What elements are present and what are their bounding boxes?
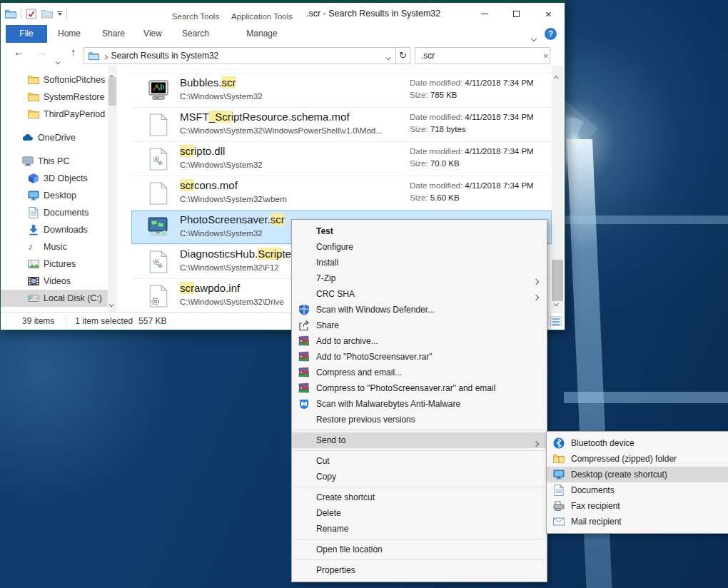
help-icon[interactable]: ? [545, 28, 557, 40]
navigation-pane-scrollbar[interactable] [108, 66, 117, 312]
sidebar-item-desktop[interactable]: Desktop [1, 187, 108, 204]
context-menu-item-add-to-photoscreensaver-rar[interactable]: Add to "PhotoScreensaver.rar" [292, 349, 547, 365]
blank-file-icon [147, 113, 170, 136]
menu-item-label: Test [316, 226, 333, 236]
scroll-down-icon[interactable] [110, 295, 113, 308]
menu-item-label: Restore previous versions [316, 415, 415, 425]
file-row-scripto-dll[interactable]: scripto.dllC:\Windows\System32Date modif… [131, 142, 552, 176]
toolbar-separator [66, 9, 67, 19]
clear-search-icon[interactable]: × [537, 51, 555, 61]
context-menu-item-test[interactable]: Test [292, 223, 547, 239]
send-to-item-documents[interactable]: Documents [547, 482, 728, 498]
sidebar-item-3d-objects[interactable]: 3D Objects [1, 170, 108, 187]
sidebar-item-videos[interactable]: Videos [1, 273, 108, 290]
context-menu-item-send-to[interactable]: Send to [292, 432, 547, 448]
download-icon [28, 224, 39, 235]
explorer-folder-icon[interactable] [5, 9, 16, 19]
file-row-bubbles-scr[interactable]: Bubbles.scrC:\Windows\System32Date modif… [131, 74, 552, 108]
sidebar-item-pictures[interactable]: Pictures [1, 255, 108, 273]
menu-item-label: Mail recipient [571, 517, 622, 527]
recent-locations-chevron-icon[interactable] [56, 53, 60, 66]
navigation-pane: SoftonicPitchesSystemRestoreThirdPayPeri… [1, 66, 108, 312]
menu-separator [293, 559, 545, 560]
menu-item-label: Desktop (create shortcut) [571, 470, 667, 480]
gear-inf-file-icon [147, 285, 170, 308]
breadcrumb-chevron-icon[interactable] [103, 51, 107, 61]
file-list-scrollbar[interactable] [552, 66, 563, 312]
sidebar-item-documents[interactable]: Documents [1, 204, 108, 221]
menu-item-label: Rename [316, 524, 348, 534]
document-icon [28, 207, 39, 218]
scrollbar-thumb[interactable] [108, 77, 116, 106]
context-menu-item-rename[interactable]: Rename [292, 521, 547, 537]
context-menu-item-7-zip[interactable]: 7-Zip [292, 270, 547, 286]
back-button[interactable]: ← [14, 46, 24, 58]
scroll-up-icon[interactable] [555, 70, 558, 83]
close-button[interactable]: × [532, 3, 565, 24]
sidebar-item-music[interactable]: ♪Music [1, 238, 108, 255]
sidebar-item-onedrive[interactable]: OneDrive [1, 129, 108, 146]
send-to-item-compressed-zipped-folder[interactable]: Compressed (zipped) folder [547, 451, 728, 467]
forward-button[interactable]: → [36, 46, 47, 58]
sidebar-item-systemrestore[interactable]: SystemRestore [1, 88, 108, 106]
menu-item-label: Copy [316, 472, 336, 482]
context-menu-item-create-shortcut[interactable]: Create shortcut [292, 490, 547, 505]
minimize-button[interactable] [468, 3, 500, 24]
tab-view[interactable]: View [136, 25, 170, 43]
send-to-item-desktop-create-shortcut[interactable]: Desktop (create shortcut) [547, 467, 728, 482]
properties-shortcut-icon[interactable] [26, 9, 37, 19]
submenu-arrow-icon [534, 276, 538, 286]
context-menu-item-cut[interactable]: Cut [292, 453, 547, 469]
context-menu-item-open-file-location[interactable]: Open file location [292, 542, 547, 557]
address-bar[interactable]: Search Results in System32 [84, 47, 396, 64]
new-folder-shortcut-icon[interactable] [41, 9, 53, 19]
context-menu-item-scan-with-windows-defender[interactable]: Scan with Windows Defender... [292, 302, 547, 318]
context-menu-item-compress-and-email[interactable]: Compress and email... [292, 365, 547, 380]
tab-home[interactable]: Home [47, 25, 91, 43]
context-menu-item-delete[interactable]: Delete [292, 505, 547, 521]
scroll-down-icon[interactable] [555, 295, 558, 308]
address-dropdown-icon[interactable] [384, 51, 393, 61]
sidebar-item-thirdpayperiod[interactable]: ThirdPayPeriod [1, 106, 108, 123]
send-to-item-fax-recipient[interactable]: Fax recipient [547, 498, 728, 514]
context-menu-item-crc-sha[interactable]: CRC SHA [292, 286, 547, 302]
refresh-button[interactable]: ↻ [396, 47, 410, 64]
expand-ribbon-chevron-icon[interactable] [532, 31, 536, 44]
ribbon-tab-bar: File Home Share View Search Manage ? [1, 25, 565, 43]
context-menu-item-configure[interactable]: Configure [292, 239, 547, 255]
thumbnail-view-button[interactable] [550, 316, 562, 326]
context-menu-item-scan-with-malwarebytes-anti-malware[interactable]: Scan with Malwarebytes Anti-Malware [292, 396, 547, 412]
up-button[interactable]: ↑ [71, 46, 76, 58]
context-menu-item-share[interactable]: Share [292, 318, 547, 333]
sidebar-item-local-disk-c[interactable]: Local Disk (C:) [1, 290, 108, 307]
tab-share[interactable]: Share [91, 25, 136, 43]
breadcrumb[interactable]: Search Results in System32 [111, 51, 219, 61]
customize-qat-arrow-icon[interactable] [57, 11, 62, 16]
context-menu-item-copy[interactable]: Copy [292, 469, 547, 485]
context-menu-item-install[interactable]: Install [292, 255, 547, 270]
folder-icon [28, 108, 39, 120]
file-row-scrcons-mof[interactable]: scrcons.mofC:\Windows\System32\wbemDate … [131, 176, 552, 211]
context-menu-item-restore-previous-versions[interactable]: Restore previous versions [292, 412, 547, 427]
sidebar-item-label: Documents [44, 208, 89, 218]
tab-file[interactable]: File [6, 25, 47, 43]
file-row-msft-scriptresource-schema-mof[interactable]: MSFT_ScriptResource.schema.mofC:\Windows… [131, 108, 552, 142]
search-input[interactable] [415, 51, 537, 61]
context-menu-item-compress-to-photoscreensaver-rar-and-email[interactable]: Compress to "PhotoScreensaver.rar" and e… [292, 380, 547, 396]
context-menu-item-properties[interactable]: Properties [292, 562, 547, 578]
maximize-button[interactable] [500, 3, 532, 24]
tab-manage[interactable]: Manage [226, 25, 298, 43]
file-path: C:\Windows\System32\F12 [180, 263, 279, 272]
context-menu-item-add-to-archive[interactable]: Add to archive... [292, 333, 547, 349]
sidebar-item-this-pc[interactable]: This PC [1, 153, 108, 170]
send-to-item-bluetooth-device[interactable]: Bluetooth device [547, 435, 728, 451]
send-to-item-mail-recipient[interactable]: Mail recipient [547, 514, 728, 529]
tab-search[interactable]: Search [169, 25, 222, 43]
file-name: scripto.dll [180, 145, 225, 157]
menu-icon-spacer [298, 414, 310, 425]
sidebar-item-softonicpitches[interactable]: SoftonicPitches [1, 71, 108, 88]
file-name: PhotoScreensaver.scr [180, 213, 285, 225]
blank-file-icon [147, 182, 170, 205]
sidebar-item-downloads[interactable]: Downloads [1, 221, 108, 238]
menu-icon-spacer [298, 273, 310, 284]
